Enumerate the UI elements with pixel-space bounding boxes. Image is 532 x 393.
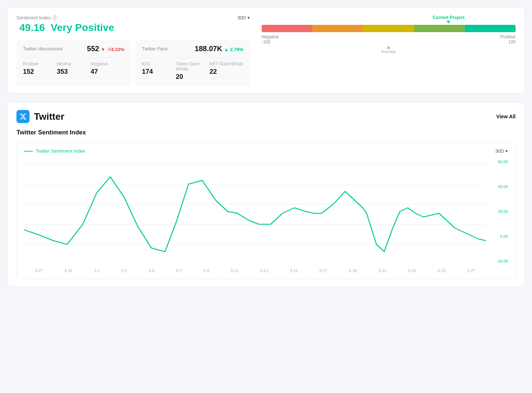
token-giant-whale-col: Token Giant Whale 20 [176,61,210,81]
positive-label-gauge: Positive [500,34,516,39]
chart-svg [24,157,486,266]
chart-legend: Twitter Sentiment Index [24,148,85,154]
chart-section-title: Twitter Sentiment Index [16,129,516,136]
twitter-discussions-change: ▼ -74.33% [101,47,124,52]
legend-label: Twitter Sentiment Index [36,148,85,154]
gauge-labels-row: Negative -100 Positive 100 [262,34,516,45]
x-label-15: 5.27 [467,268,475,273]
chart-header: Twitter Sentiment Index 30D ▾ [24,148,508,154]
period-arrow-icon: ▾ [247,15,250,20]
chart-card: Twitter Sentiment Index 30D ▾ [16,142,516,279]
negative-label: Negative [90,61,124,66]
neutral-label: Neutral [57,61,91,66]
x-label-0: 4.27 [35,268,43,273]
token-giant-whale-value: 20 [176,73,210,81]
x-label-13: 5.23 [408,268,416,273]
x-label-9: 5.15 [290,268,297,273]
x-label-11: 5.19 [349,268,357,273]
twitter-fans-box: Twitter Fans 188.07K ▲ 2.79% KOL 174 [135,39,250,86]
positive-value-gauge-label: 100 [500,39,516,45]
negative-value-label: -100 [262,39,279,45]
negative-col: Negative 47 [90,61,124,76]
y-label-40: 40.00 [489,184,508,189]
kol-label: KOL [142,61,176,66]
nft-giant-whale-col: NFT Giant Whale 22 [209,61,243,81]
x-label-5: 5.7 [176,268,182,273]
neutral-col: Neutral 353 [57,61,91,76]
positive-col: Positive 152 [23,61,57,76]
twitter-discussions-title: Twitter discussions [23,46,63,51]
chart-area: 60.00 40.00 20.00 0.00 -20.00 [24,157,508,266]
y-label-0: 0.00 [489,234,508,239]
sentiment-text: Very Positive [51,22,114,33]
twitter-title: Twitter [34,111,64,122]
chart-period-value: 30D [495,148,504,154]
x-label-8: 5.13 [260,268,268,273]
chart-svg-container [24,157,486,266]
twitter-header: Twitter View All [16,110,516,123]
gauge-seg-5 [465,25,516,32]
twitter-discussions-value-row: 552 ▼ -74.33% [87,45,124,53]
gauge-section: Current Project Negative -100 [250,15,516,86]
gauge-seg-1 [262,25,312,32]
twitter-fans-value: 188.07K [195,45,223,53]
legend-line-icon [24,151,33,152]
gauge-seg-3 [363,25,414,32]
period-selector[interactable]: 30D ▾ [237,15,250,20]
twitter-discussions-value: 552 [87,45,99,53]
twitter-discussions-box: Twitter discussions 552 ▼ -74.33% Positi… [16,39,131,86]
twitter-title-row: Twitter [16,110,64,123]
twitter-section: Twitter View All Twitter Sentiment Index… [7,102,525,287]
y-label-60: 60.00 [489,160,508,164]
twitter-discussions-change-value: -74.33% [107,47,124,52]
twitter-fans-title: Twitter Fans [142,46,168,51]
average-marker: Average [262,46,516,54]
x-label-1: 4.29 [65,268,72,273]
current-project-indicator: Current Project [433,15,464,23]
view-all-button[interactable]: View All [496,114,516,119]
positive-side: Positive 100 [500,34,516,45]
y-label-neg20: -20.00 [489,259,508,263]
negative-label: Negative [262,34,279,39]
twitter-fans-change: ▲ 2.79% [224,47,243,52]
nft-giant-whale-value: 22 [209,68,243,76]
chart-period-arrow-icon: ▾ [505,148,508,154]
sentiment-label: Sentiment Index ℹ [16,15,58,20]
x-label-12: 5.21 [379,268,386,273]
x-axis-labels: 4.27 4.29 5.1 5.3 5.5 5.7 5.9 5.11 5.13 … [24,266,508,273]
gauge-seg-2 [312,25,363,32]
twitter-x-svg [19,113,27,120]
y-axis-labels: 60.00 40.00 20.00 0.00 -20.00 [486,157,508,266]
gauge-seg-4 [414,25,465,32]
average-label: Average [381,49,396,54]
token-giant-whale-label: Token Giant Whale [176,61,210,72]
current-project-label: Current Project [433,15,464,20]
x-label-3: 5.3 [122,268,127,273]
y-label-20: 20.00 [489,209,508,214]
period-value: 30D [237,15,246,20]
twitter-fans-change-value: 2.79% [230,47,243,52]
x-label-7: 5.11 [231,268,238,273]
stats-row: Twitter discussions 552 ▼ -74.33% Positi… [16,39,250,86]
current-project-arrow-icon [447,21,450,23]
twitter-fans-value-row: 188.07K ▲ 2.79% [195,45,243,53]
nft-giant-whale-label: NFT Giant Whale [209,61,243,66]
info-icon[interactable]: ℹ [53,15,58,20]
kol-col: KOL 174 [142,61,176,81]
sentiment-left-panel: Sentiment Index ℹ 30D ▾ 49.16 Very Posit… [16,15,250,86]
negative-side: Negative -100 [262,34,279,45]
positive-value: 152 [23,68,57,76]
sentiment-number: 49.16 [19,22,45,33]
chart-period-selector[interactable]: 30D ▾ [495,148,508,154]
twitter-icon [16,110,30,123]
sentiment-label-text: Sentiment Index [16,15,51,20]
positive-label: Positive [23,61,57,66]
x-label-14: 5.25 [438,268,446,273]
sentiment-index-card: Sentiment Index ℹ 30D ▾ 49.16 Very Posit… [7,7,525,94]
sentiment-value-row: 49.16 Very Positive [16,22,250,34]
x-label-10: 5.17 [319,268,327,273]
negative-value: 47 [90,68,124,76]
x-label-6: 5.9 [203,268,209,273]
avg-triangle-icon [387,46,390,49]
neutral-value: 353 [57,68,91,76]
